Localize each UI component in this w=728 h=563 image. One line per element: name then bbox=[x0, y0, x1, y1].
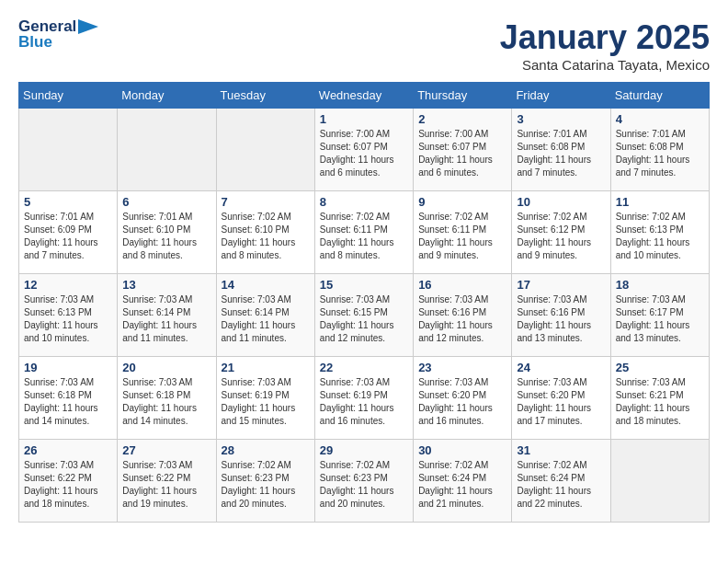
day-number: 31 bbox=[517, 443, 605, 457]
logo-blue: Blue bbox=[18, 34, 98, 52]
cell-info: Sunrise: 7:03 AMSunset: 6:18 PMDaylight:… bbox=[24, 376, 112, 428]
day-number: 21 bbox=[222, 361, 310, 374]
calendar-cell: 6Sunrise: 7:01 AMSunset: 6:10 PMDaylight… bbox=[118, 191, 216, 274]
day-number: 9 bbox=[418, 195, 506, 209]
calendar-cell bbox=[19, 109, 118, 191]
cell-info: Sunrise: 7:03 AMSunset: 6:22 PMDaylight:… bbox=[122, 459, 210, 511]
cell-info: Sunrise: 7:03 AMSunset: 6:18 PMDaylight:… bbox=[122, 376, 210, 428]
cell-info: Sunrise: 7:03 AMSunset: 6:15 PMDaylight:… bbox=[320, 293, 408, 345]
calendar-cell: 23Sunrise: 7:03 AMSunset: 6:20 PMDayligh… bbox=[414, 357, 512, 440]
week-row-4: 19Sunrise: 7:03 AMSunset: 6:18 PMDayligh… bbox=[19, 357, 710, 440]
day-number: 7 bbox=[222, 195, 310, 209]
calendar-cell: 11Sunrise: 7:02 AMSunset: 6:13 PMDayligh… bbox=[610, 191, 709, 274]
week-row-1: 1Sunrise: 7:00 AMSunset: 6:07 PMDaylight… bbox=[19, 109, 710, 191]
calendar-cell: 25Sunrise: 7:03 AMSunset: 6:21 PMDayligh… bbox=[610, 357, 709, 440]
cell-info: Sunrise: 7:00 AMSunset: 6:07 PMDaylight:… bbox=[320, 128, 408, 179]
day-number: 27 bbox=[122, 443, 210, 457]
header-saturday: Saturday bbox=[610, 83, 709, 109]
header-row: SundayMondayTuesdayWednesdayThursdayFrid… bbox=[19, 83, 710, 109]
day-number: 28 bbox=[222, 443, 310, 457]
calendar-cell bbox=[610, 440, 709, 523]
calendar-cell: 8Sunrise: 7:02 AMSunset: 6:11 PMDaylight… bbox=[314, 191, 413, 274]
calendar-table: SundayMondayTuesdayWednesdayThursdayFrid… bbox=[18, 82, 710, 523]
day-number: 11 bbox=[616, 195, 704, 209]
calendar-cell bbox=[216, 109, 314, 191]
calendar-cell: 20Sunrise: 7:03 AMSunset: 6:18 PMDayligh… bbox=[118, 357, 216, 440]
logo: General Blue bbox=[18, 18, 98, 51]
day-number: 30 bbox=[418, 443, 506, 457]
week-row-5: 26Sunrise: 7:03 AMSunset: 6:22 PMDayligh… bbox=[19, 440, 710, 523]
day-number: 20 bbox=[122, 361, 210, 374]
day-number: 12 bbox=[24, 278, 112, 292]
calendar-cell: 3Sunrise: 7:01 AMSunset: 6:08 PMDaylight… bbox=[512, 109, 610, 191]
header-wednesday: Wednesday bbox=[314, 83, 413, 109]
cell-info: Sunrise: 7:00 AMSunset: 6:07 PMDaylight:… bbox=[418, 128, 506, 179]
cell-info: Sunrise: 7:02 AMSunset: 6:24 PMDaylight:… bbox=[517, 459, 605, 511]
day-number: 8 bbox=[320, 195, 408, 209]
calendar-cell: 30Sunrise: 7:02 AMSunset: 6:24 PMDayligh… bbox=[414, 440, 512, 523]
logo-arrow-icon bbox=[78, 19, 98, 34]
cell-info: Sunrise: 7:03 AMSunset: 6:21 PMDaylight:… bbox=[616, 376, 704, 428]
month-title: January 2025 bbox=[500, 18, 710, 57]
calendar-cell bbox=[118, 109, 216, 191]
cell-info: Sunrise: 7:02 AMSunset: 6:12 PMDaylight:… bbox=[517, 211, 605, 262]
cell-info: Sunrise: 7:03 AMSunset: 6:20 PMDaylight:… bbox=[418, 376, 506, 428]
day-number: 17 bbox=[517, 278, 605, 292]
cell-info: Sunrise: 7:01 AMSunset: 6:10 PMDaylight:… bbox=[122, 211, 210, 262]
cell-info: Sunrise: 7:03 AMSunset: 6:14 PMDaylight:… bbox=[222, 293, 310, 345]
day-number: 14 bbox=[222, 278, 310, 292]
calendar-cell: 29Sunrise: 7:02 AMSunset: 6:23 PMDayligh… bbox=[314, 440, 413, 523]
header-monday: Monday bbox=[118, 83, 216, 109]
calendar-cell: 9Sunrise: 7:02 AMSunset: 6:11 PMDaylight… bbox=[414, 191, 512, 274]
week-row-3: 12Sunrise: 7:03 AMSunset: 6:13 PMDayligh… bbox=[19, 274, 710, 357]
calendar-cell: 22Sunrise: 7:03 AMSunset: 6:19 PMDayligh… bbox=[314, 357, 413, 440]
header-sunday: Sunday bbox=[19, 83, 118, 109]
title-block: January 2025 Santa Catarina Tayata, Mexi… bbox=[500, 18, 710, 73]
cell-info: Sunrise: 7:02 AMSunset: 6:23 PMDaylight:… bbox=[222, 459, 310, 511]
day-number: 29 bbox=[320, 443, 408, 457]
day-number: 1 bbox=[320, 112, 408, 126]
cell-info: Sunrise: 7:02 AMSunset: 6:10 PMDaylight:… bbox=[222, 211, 310, 262]
day-number: 26 bbox=[24, 443, 112, 457]
cell-info: Sunrise: 7:02 AMSunset: 6:24 PMDaylight:… bbox=[418, 459, 506, 511]
cell-info: Sunrise: 7:02 AMSunset: 6:23 PMDaylight:… bbox=[320, 459, 408, 511]
calendar-cell: 12Sunrise: 7:03 AMSunset: 6:13 PMDayligh… bbox=[19, 274, 118, 357]
day-number: 6 bbox=[122, 195, 210, 209]
day-number: 3 bbox=[517, 112, 605, 126]
calendar-cell: 1Sunrise: 7:00 AMSunset: 6:07 PMDaylight… bbox=[314, 109, 413, 191]
calendar-cell: 28Sunrise: 7:02 AMSunset: 6:23 PMDayligh… bbox=[216, 440, 314, 523]
cell-info: Sunrise: 7:01 AMSunset: 6:08 PMDaylight:… bbox=[517, 128, 605, 179]
cell-info: Sunrise: 7:02 AMSunset: 6:13 PMDaylight:… bbox=[616, 211, 704, 262]
day-number: 23 bbox=[418, 361, 506, 374]
location-subtitle: Santa Catarina Tayata, Mexico bbox=[500, 57, 710, 73]
calendar-cell: 26Sunrise: 7:03 AMSunset: 6:22 PMDayligh… bbox=[19, 440, 118, 523]
calendar-cell: 31Sunrise: 7:02 AMSunset: 6:24 PMDayligh… bbox=[512, 440, 610, 523]
day-number: 5 bbox=[24, 195, 112, 209]
page-header: General Blue January 2025 Santa Catarina… bbox=[18, 18, 710, 73]
header-friday: Friday bbox=[512, 83, 610, 109]
day-number: 10 bbox=[517, 195, 605, 209]
cell-info: Sunrise: 7:01 AMSunset: 6:08 PMDaylight:… bbox=[616, 128, 704, 179]
day-number: 4 bbox=[616, 112, 704, 126]
calendar-cell: 24Sunrise: 7:03 AMSunset: 6:20 PMDayligh… bbox=[512, 357, 610, 440]
calendar-cell: 5Sunrise: 7:01 AMSunset: 6:09 PMDaylight… bbox=[19, 191, 118, 274]
cell-info: Sunrise: 7:03 AMSunset: 6:16 PMDaylight:… bbox=[418, 293, 506, 345]
calendar-cell: 27Sunrise: 7:03 AMSunset: 6:22 PMDayligh… bbox=[118, 440, 216, 523]
cell-info: Sunrise: 7:03 AMSunset: 6:14 PMDaylight:… bbox=[122, 293, 210, 345]
day-number: 2 bbox=[418, 112, 506, 126]
day-number: 16 bbox=[418, 278, 506, 292]
cell-info: Sunrise: 7:03 AMSunset: 6:17 PMDaylight:… bbox=[616, 293, 704, 345]
cell-info: Sunrise: 7:03 AMSunset: 6:20 PMDaylight:… bbox=[517, 376, 605, 428]
day-number: 13 bbox=[122, 278, 210, 292]
calendar-cell: 17Sunrise: 7:03 AMSunset: 6:16 PMDayligh… bbox=[512, 274, 610, 357]
header-thursday: Thursday bbox=[414, 83, 512, 109]
calendar-cell: 16Sunrise: 7:03 AMSunset: 6:16 PMDayligh… bbox=[414, 274, 512, 357]
calendar-cell: 15Sunrise: 7:03 AMSunset: 6:15 PMDayligh… bbox=[314, 274, 413, 357]
calendar-cell: 13Sunrise: 7:03 AMSunset: 6:14 PMDayligh… bbox=[118, 274, 216, 357]
day-number: 15 bbox=[320, 278, 408, 292]
calendar-cell: 19Sunrise: 7:03 AMSunset: 6:18 PMDayligh… bbox=[19, 357, 118, 440]
day-number: 19 bbox=[24, 361, 112, 374]
calendar-cell: 7Sunrise: 7:02 AMSunset: 6:10 PMDaylight… bbox=[216, 191, 314, 274]
svg-marker-0 bbox=[78, 19, 98, 34]
calendar-cell: 18Sunrise: 7:03 AMSunset: 6:17 PMDayligh… bbox=[610, 274, 709, 357]
